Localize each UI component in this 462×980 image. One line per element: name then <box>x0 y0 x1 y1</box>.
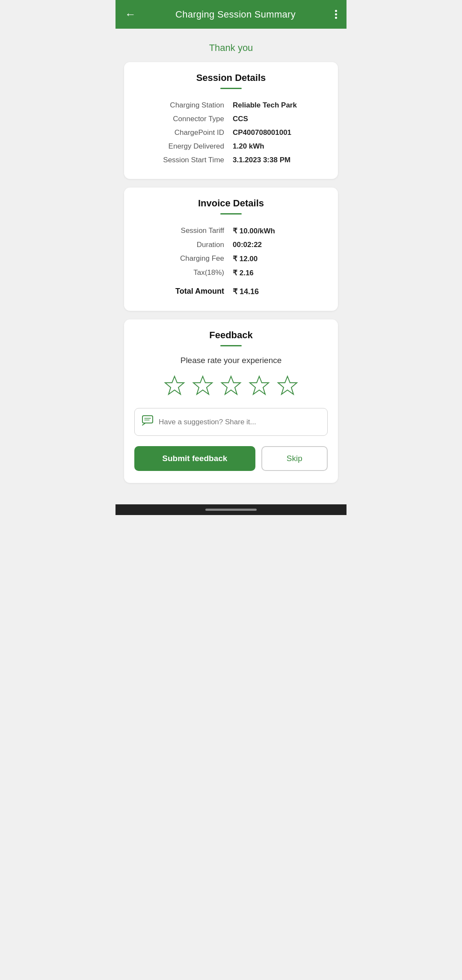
row-label: Session Start Time <box>134 153 231 167</box>
table-row: Charging Fee ₹ 12.00 <box>134 252 328 266</box>
feedback-title: Feedback <box>134 330 328 341</box>
star-4[interactable] <box>248 375 270 397</box>
session-details-title: Session Details <box>134 72 328 83</box>
svg-rect-5 <box>142 416 153 423</box>
table-row: Connector Type CCS <box>134 112 328 126</box>
row-value: ₹ 2.16 <box>231 266 328 280</box>
session-details-card: Session Details Charging Station Reliabl… <box>124 62 338 179</box>
skip-button[interactable]: Skip <box>261 446 328 471</box>
star-3[interactable] <box>220 375 242 397</box>
main-content: Thank you Session Details Charging Stati… <box>116 29 346 504</box>
row-value: 3.1.2023 3:38 PM <box>231 153 328 167</box>
svg-marker-4 <box>278 376 297 394</box>
total-value: ₹ 14.16 <box>231 280 328 299</box>
star-1[interactable] <box>163 375 186 397</box>
invoice-details-title: Invoice Details <box>134 198 328 209</box>
row-label: Energy Delivered <box>134 140 231 153</box>
app-bar: ← Charging Session Summary <box>116 0 346 29</box>
table-row: Energy Delivered 1.20 kWh <box>134 140 328 153</box>
table-row: ChargePoint ID CP400708001001 <box>134 126 328 140</box>
row-value: ₹ 10.00/kWh <box>231 224 328 238</box>
row-value: CCS <box>231 112 328 126</box>
submit-feedback-button[interactable]: Submit feedback <box>134 446 255 471</box>
more-menu-button[interactable] <box>333 8 339 21</box>
row-label: Duration <box>134 238 231 252</box>
svg-marker-0 <box>165 376 184 394</box>
table-row: Session Start Time 3.1.2023 3:38 PM <box>134 153 328 167</box>
svg-marker-1 <box>193 376 212 394</box>
svg-marker-3 <box>250 376 269 394</box>
row-label: ChargePoint ID <box>134 126 231 140</box>
row-label: Connector Type <box>134 112 231 126</box>
row-value: 1.20 kWh <box>231 140 328 153</box>
comment-icon <box>142 414 154 429</box>
stars-container <box>134 375 328 397</box>
suggestion-input[interactable] <box>159 418 320 426</box>
total-row: Total Amount ₹ 14.16 <box>134 280 328 299</box>
feedback-buttons: Submit feedback Skip <box>134 446 328 471</box>
row-label: Charging Station <box>134 98 231 112</box>
table-row: Duration 00:02:22 <box>134 238 328 252</box>
total-label: Total Amount <box>134 280 231 299</box>
suggestion-box[interactable] <box>134 408 328 436</box>
feedback-card: Feedback Please rate your experience <box>124 319 338 483</box>
row-label: Charging Fee <box>134 252 231 266</box>
table-row: Session Tariff ₹ 10.00/kWh <box>134 224 328 238</box>
star-5[interactable] <box>276 375 299 397</box>
row-value: CP400708001001 <box>231 126 328 140</box>
row-value: Reliable Tech Park <box>231 98 328 112</box>
feedback-subtitle: Please rate your experience <box>134 356 328 365</box>
invoice-details-divider <box>220 213 242 214</box>
bottom-bar <box>116 504 346 515</box>
star-2[interactable] <box>192 375 214 397</box>
invoice-details-card: Invoice Details Session Tariff ₹ 10.00/k… <box>124 188 338 311</box>
table-row: Tax(18%) ₹ 2.16 <box>134 266 328 280</box>
table-row: Charging Station Reliable Tech Park <box>134 98 328 112</box>
session-details-divider <box>220 88 242 89</box>
svg-marker-2 <box>222 376 240 394</box>
row-label: Tax(18%) <box>134 266 231 280</box>
invoice-details-table: Session Tariff ₹ 10.00/kWh Duration 00:0… <box>134 224 328 299</box>
back-button[interactable]: ← <box>123 6 138 23</box>
row-value: ₹ 12.00 <box>231 252 328 266</box>
home-indicator <box>205 509 257 511</box>
page-title: Charging Session Summary <box>175 9 296 20</box>
row-value: 00:02:22 <box>231 238 328 252</box>
row-label: Session Tariff <box>134 224 231 238</box>
session-details-table: Charging Station Reliable Tech Park Conn… <box>134 98 328 167</box>
thank-you-text: Thank you <box>124 42 338 54</box>
feedback-divider <box>220 345 242 346</box>
